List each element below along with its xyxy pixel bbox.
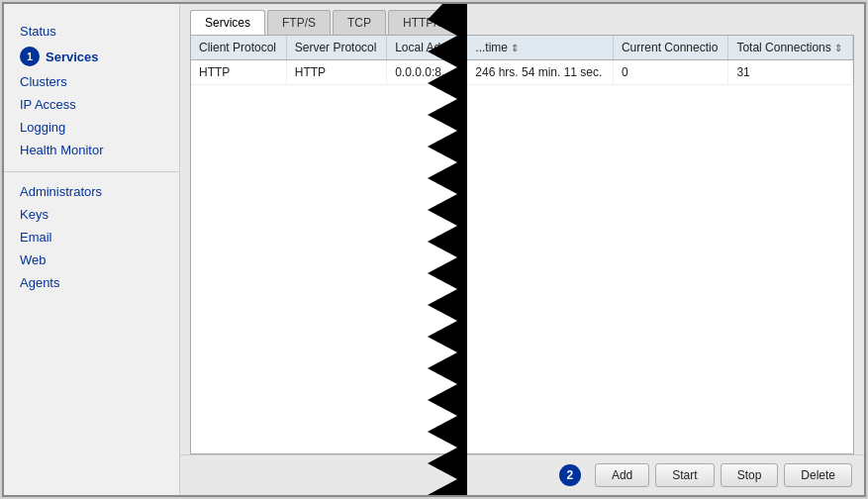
sidebar-item-keys[interactable]: Keys <box>4 203 179 226</box>
sidebar-label-services: Services <box>46 50 99 64</box>
sidebar-item-web[interactable]: Web <box>4 249 179 271</box>
sidebar-item-logging[interactable]: Logging <box>4 116 179 139</box>
cell-uptime: 246 hrs. 54 min. 11 sec. <box>467 60 614 85</box>
table-body: HTTPHTTP0.0.0.0:8...246 hrs. 54 min. 11 … <box>191 60 853 85</box>
sidebar: Status1ServicesClustersIP AccessLoggingH… <box>4 4 180 495</box>
cell-server-protocol: HTTP <box>286 60 386 85</box>
sidebar-item-health-monitor[interactable]: Health Monitor <box>4 139 179 161</box>
table-header: Client ProtocolServer ProtocolLocal Add.… <box>191 36 853 60</box>
tab-https[interactable]: HTTP/S <box>388 10 460 35</box>
badge-2: 2 <box>559 464 581 486</box>
sidebar-group-1: Status1ServicesClustersIP AccessLoggingH… <box>4 14 179 167</box>
content-area: ServicesFTP/STCPHTTP/S Client ProtocolSe… <box>180 4 864 495</box>
sidebar-item-status[interactable]: Status <box>4 20 179 43</box>
col-header-uptime[interactable]: ...time ⇕ <box>467 36 614 60</box>
services-table: Client ProtocolServer ProtocolLocal Add.… <box>191 36 853 85</box>
tab-tcp[interactable]: TCP <box>333 10 386 35</box>
tab-services[interactable]: Services <box>190 10 265 35</box>
sidebar-item-email[interactable]: Email <box>4 226 179 249</box>
sidebar-label-health-monitor: Health Monitor <box>20 143 104 157</box>
col-header-current-connections: Current Connectio <box>613 36 727 60</box>
stop-button[interactable]: Stop <box>721 463 779 487</box>
sidebar-label-administrators: Administrators <box>20 184 102 199</box>
sidebar-label-clusters: Clusters <box>20 74 67 89</box>
col-header-client-protocol: Client Protocol <box>191 36 286 60</box>
sidebar-label-ip-access: IP Access <box>20 97 76 112</box>
sidebar-label-email: Email <box>20 230 52 245</box>
app-window: Status1ServicesClustersIP AccessLoggingH… <box>2 2 866 497</box>
sidebar-item-clusters[interactable]: Clusters <box>4 70 179 93</box>
badge-services: 1 <box>20 47 40 66</box>
col-header-server-protocol: Server Protocol <box>286 36 386 60</box>
table-container[interactable]: Client ProtocolServer ProtocolLocal Add.… <box>190 35 854 454</box>
sidebar-label-agents: Agents <box>20 275 59 290</box>
cell-client-protocol: HTTP <box>191 60 286 85</box>
sidebar-label-keys: Keys <box>20 207 48 222</box>
cell-total-connections: 31 <box>728 60 853 85</box>
sort-arrow-uptime: ⇕ <box>511 43 519 53</box>
table-row[interactable]: HTTPHTTP0.0.0.0:8...246 hrs. 54 min. 11 … <box>191 60 853 85</box>
cell-local-address: 0.0.0.0:8... <box>387 60 467 85</box>
start-button[interactable]: Start <box>655 463 714 487</box>
sidebar-label-web: Web <box>20 252 47 267</box>
sidebar-item-administrators[interactable]: Administrators <box>4 180 179 203</box>
bottom-toolbar: 2 AddStartStopDelete <box>180 454 864 495</box>
tab-ftps[interactable]: FTP/S <box>267 10 331 35</box>
delete-button[interactable]: Delete <box>784 463 852 487</box>
add-button[interactable]: Add <box>595 463 649 487</box>
sidebar-item-agents[interactable]: Agents <box>4 271 179 294</box>
sort-arrow-total-connections: ⇕ <box>834 43 842 53</box>
sidebar-label-status: Status <box>20 24 56 39</box>
main-layout: Status1ServicesClustersIP AccessLoggingH… <box>4 4 864 495</box>
col-header-total-connections[interactable]: Total Connections ⇕ <box>728 36 853 60</box>
sidebar-item-ip-access[interactable]: IP Access <box>4 93 179 116</box>
tabs-bar: ServicesFTP/STCPHTTP/S <box>180 4 864 35</box>
col-header-local-address: Local Add... <box>387 36 467 60</box>
sidebar-label-logging: Logging <box>20 120 65 135</box>
cell-current-connections: 0 <box>613 60 727 85</box>
sidebar-group-2: AdministratorsKeysEmailWebAgents <box>4 171 179 300</box>
sidebar-item-services[interactable]: 1Services <box>4 43 179 70</box>
